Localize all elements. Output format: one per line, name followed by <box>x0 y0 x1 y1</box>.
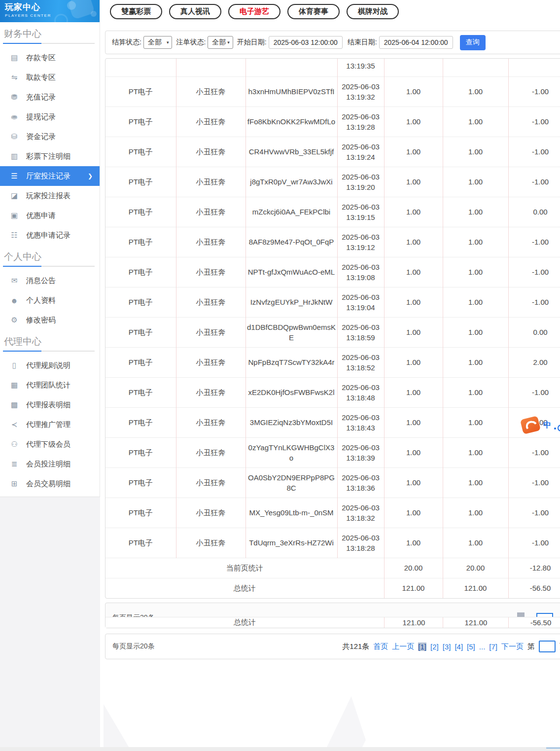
sidebar-item[interactable]: ⛃ 充值记录 <box>0 87 100 107</box>
page-number-link[interactable]: [3] <box>443 643 451 651</box>
category-tab[interactable]: 真人视讯 <box>169 4 221 19</box>
cell-game-name: 小丑狂奔 <box>176 467 245 498</box>
cell-order-id: MX_Yesg09Ltb-m-_0nSM <box>245 498 337 528</box>
deposit-card-icon: ▤ <box>10 53 19 62</box>
cell-game-name: 小丑狂奔 <box>176 257 245 287</box>
page-number-link[interactable]: [1] <box>418 643 426 651</box>
cell-game-type: PT电子 <box>105 76 176 107</box>
chevron-down-icon: ▾ <box>227 40 230 45</box>
report-chart-icon: ◪ <box>10 191 19 200</box>
section-title: 财务中心 <box>4 28 100 40</box>
sidebar-item-label: 消息公告 <box>26 276 56 286</box>
sidebar-item-label: 资金记录 <box>26 132 56 142</box>
sidebar-item[interactable]: ⊞ 会员交易明细 <box>0 474 100 494</box>
glitch-summary-panel: 每页显示20条 总统计 121.00 121.00 -56.50 <box>105 603 560 628</box>
sidebar-item[interactable]: ⚇ 代理下级会员 <box>0 434 100 454</box>
user-icon: ☻ <box>10 296 19 305</box>
settle-status-select[interactable]: 全部 ▾ <box>143 36 173 49</box>
cell-profit: -1.00 <box>508 467 560 498</box>
sidebar-item[interactable]: ⚙ 修改密码 <box>0 310 100 330</box>
end-date-label: 结束日期: <box>348 38 377 47</box>
cell-game-type: PT电子 <box>105 498 176 528</box>
cell-game-type: PT电子 <box>105 347 176 377</box>
cell-valid-amount: 1.00 <box>443 76 508 107</box>
widget-zh-label: 中 <box>543 420 551 430</box>
category-tab[interactable]: 体育赛事 <box>287 4 340 19</box>
section-items: ▯ 代理规则说明 ▦ 代理团队统计 ▩ 代理报表明细 ≺ 代理推广管理 ⚇ 代理… <box>0 356 100 494</box>
coupon-record-icon: ☷ <box>10 231 19 240</box>
table-row: PT电子 小丑狂奔 j8gTxR0pV_wr7Aw3JwXi 2025-06-0… <box>105 167 560 197</box>
cell-bet-amount: 1.00 <box>384 76 443 107</box>
sidebar-item[interactable]: ≣ 会员投注明细 <box>0 454 100 474</box>
table-row: PT电子 小丑狂奔 IzNvfzgEUYkP_HrJkNtW 2025-06-0… <box>105 287 560 317</box>
start-date-input[interactable] <box>269 36 343 49</box>
cell-game-type: PT电子 <box>105 107 176 137</box>
order-status-select[interactable]: 全部 ▾ <box>208 36 233 49</box>
sidebar-item[interactable]: ▦ 代理团队统计 <box>0 375 100 395</box>
sidebar-item[interactable]: ☷ 优惠申请记录 <box>0 225 100 245</box>
cell-bet-time: 2025-06-0313:18:28 <box>337 528 384 558</box>
cell-valid-amount: 1.00 <box>443 528 508 558</box>
cell-profit: -1.00 <box>508 227 560 257</box>
cell-bet-time: 2025-06-0313:19:28 <box>337 107 384 137</box>
cell-bet-amount: 1.00 <box>384 437 443 467</box>
cell-game-name <box>176 59 245 76</box>
cell-game-name: 小丑狂奔 <box>176 437 245 467</box>
section-items: ▤ 存款专区 ⇋ 取款专区 ⛃ 充值记录 ⛂ 提现记录 ⛁ 资金记录 ▥ 彩票下… <box>0 48 100 245</box>
sidebar-item[interactable]: ▣ 优惠申请 <box>0 206 100 225</box>
sidebar-item[interactable]: ▩ 代理报表明细 <box>0 395 100 415</box>
category-tab[interactable]: 电子游艺 <box>228 4 280 19</box>
sidebar-item[interactable]: ≺ 代理推广管理 <box>0 415 100 434</box>
page-number-link[interactable]: [5] <box>467 643 475 651</box>
chevron-right-icon: ❯ <box>88 173 93 179</box>
sidebar-item[interactable]: ⇋ 取款专区 <box>0 68 100 87</box>
member-trades-icon: ⊞ <box>10 479 19 488</box>
page-number-link[interactable]: [7] <box>489 643 497 651</box>
cell-profit: -1.00 <box>508 498 560 528</box>
cell-profit: -1.00 <box>508 287 560 317</box>
cell-profit: -1.00 <box>508 437 560 467</box>
table-row: PT电子 小丑狂奔 CR4HVwwVRb_33EL5kfjf 2025-06-0… <box>105 137 560 167</box>
order-status-label: 注单状态: <box>176 38 206 47</box>
cell-game-name: 小丑狂奔 <box>176 137 245 167</box>
cell-game-name: 小丑狂奔 <box>176 197 245 227</box>
page-jump-input[interactable] <box>539 641 556 652</box>
table-row: PT电子 小丑狂奔 3MGIEZiqNz3bYMoxtD5I 2025-06-0… <box>105 407 560 437</box>
sidebar-item[interactable]: ◪ 玩家投注报表 <box>0 186 100 206</box>
sidebar-item[interactable]: ⛂ 提现记录 <box>0 107 100 127</box>
sidebar-item[interactable]: ▥ 彩票下注明细 <box>0 146 100 166</box>
orange-widget-icon[interactable] <box>520 416 541 434</box>
cell-valid-amount: 1.00 <box>443 467 508 498</box>
page-number-link[interactable]: [4] <box>455 643 463 651</box>
cell-order-id <box>245 59 337 76</box>
cell-profit: -1.00 <box>508 107 560 137</box>
end-date-input[interactable] <box>379 36 453 49</box>
cell-profit: -1.00 <box>508 528 560 558</box>
cell-order-id: NPTt-gfJxQmWuAcO-eML <box>245 257 337 287</box>
page-number-link[interactable]: [2] <box>430 643 439 651</box>
cell-bet-time: 2025-06-0313:18:36 <box>337 467 384 498</box>
query-button[interactable]: 查询 <box>460 35 486 50</box>
cell-bet-time: 2025-06-0313:18:39 <box>337 437 384 467</box>
sidebar-item[interactable]: ✉ 消息公告 <box>0 271 100 290</box>
sidebar-item[interactable]: ▯ 代理规则说明 <box>0 356 100 375</box>
category-tab[interactable]: 棋牌对战 <box>347 4 399 19</box>
footer-blue-line <box>546 748 560 749</box>
sidebar-item[interactable]: ☰ 厅室投注记录 ❯ <box>0 166 100 186</box>
next-page-link[interactable]: 下一页 <box>501 642 524 651</box>
sidebar-item[interactable]: ▤ 存款专区 <box>0 48 100 68</box>
prev-page-link[interactable]: 上一页 <box>392 642 414 651</box>
footer-strip <box>0 747 560 751</box>
first-page-link[interactable]: 首页 <box>373 642 388 651</box>
table-row: PT电子 小丑狂奔 OA0SbY2DN9ERPpP8PG8C 2025-06-0… <box>105 467 560 498</box>
sidebar-item[interactable]: ⛁ 资金记录 <box>0 127 100 146</box>
logo-subtitle: PLAYERS CENTER <box>5 13 51 18</box>
sidebar-item[interactable]: ☻ 个人资料 <box>0 290 100 310</box>
widget-dot-icon <box>558 425 560 431</box>
page-summary-valid: 20.00 <box>443 558 508 578</box>
sidebar-item-label: 代理团队统计 <box>26 381 70 390</box>
category-tab[interactable]: 雙赢彩票 <box>110 4 162 19</box>
floating-translate-widget[interactable]: 中 <box>522 416 560 436</box>
cell-game-name: 小丑狂奔 <box>176 287 245 317</box>
glitch-total-profit: -56.50 <box>508 617 560 628</box>
